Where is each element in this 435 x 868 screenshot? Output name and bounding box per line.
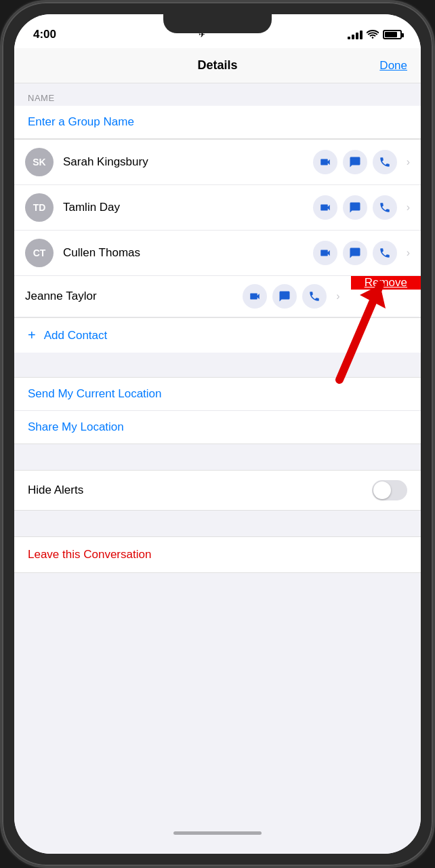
contact-actions: › [313, 241, 410, 265]
content-area: NAME Enter a Group Name SK Sarah Kingsbu… [14, 83, 421, 854]
leave-conversation-section: Leave this Conversation [14, 536, 421, 573]
phone-button[interactable] [373, 150, 397, 174]
group-name-field[interactable]: Enter a Group Name [14, 106, 421, 139]
chevron-icon: › [407, 247, 410, 259]
add-contact-plus-icon: + [28, 328, 36, 343]
chevron-icon: › [336, 290, 339, 302]
contact-actions: › [313, 195, 410, 220]
name-section-header: NAME [14, 83, 421, 106]
contact-name: Cullen Thomas [63, 246, 313, 260]
message-button[interactable] [343, 195, 367, 220]
send-location-item[interactable]: Send My Current Location [14, 378, 421, 411]
group-name-placeholder: Enter a Group Name [28, 115, 134, 128]
remove-button[interactable]: Remove [351, 276, 421, 290]
avatar: CT [25, 239, 54, 267]
section-divider [14, 353, 421, 377]
done-button[interactable]: Done [379, 59, 407, 73]
signal-bars-icon [348, 30, 362, 39]
facetime-button[interactable] [313, 150, 337, 174]
phone-frame: 4:00 ✈ Details [0, 0, 435, 868]
chevron-icon: › [407, 201, 410, 214]
home-indicator [173, 831, 262, 835]
facetime-button[interactable] [243, 284, 267, 309]
hide-alerts-toggle[interactable] [372, 480, 407, 500]
nav-title: Details [197, 58, 237, 73]
hide-alerts-label: Hide Alerts [28, 484, 83, 497]
leave-conversation-item[interactable]: Leave this Conversation [14, 537, 421, 572]
phone-button[interactable] [373, 241, 397, 265]
section-divider-2 [14, 444, 421, 469]
nav-bar: Details Done [14, 48, 421, 83]
contact-name: Jeanne Taylor [25, 290, 236, 303]
contact-name: Tamlin Day [63, 201, 313, 214]
facetime-button[interactable] [313, 241, 337, 265]
contact-row: SK Sarah Kingsbury › [14, 140, 421, 185]
add-contact-label: Add Contact [44, 329, 108, 342]
location-menu-section: Send My Current Location Share My Locati… [14, 377, 421, 444]
swiped-contact-row: Jeanne Taylor › [14, 276, 421, 317]
hide-alerts-row: Hide Alerts [14, 471, 421, 510]
status-icons [348, 29, 402, 41]
share-location-item[interactable]: Share My Location [14, 411, 421, 443]
section-divider-3 [14, 511, 421, 535]
contact-actions: › [243, 284, 339, 309]
contact-row: TD Tamlin Day › [14, 185, 421, 231]
status-time: 4:00 [33, 28, 56, 41]
contact-row: CT Cullen Thomas › [14, 231, 421, 276]
wifi-icon [367, 29, 379, 41]
chevron-icon: › [407, 156, 410, 168]
phone-screen: 4:00 ✈ Details [14, 14, 421, 854]
message-button[interactable] [272, 284, 297, 309]
phone-button[interactable] [302, 284, 327, 309]
battery-icon [383, 30, 402, 39]
contact-actions: › [313, 150, 410, 174]
contact-row-content: Jeanne Taylor › [14, 276, 351, 317]
contact-name: Sarah Kingsbury [63, 155, 313, 169]
avatar: SK [25, 148, 54, 176]
phone-button[interactable] [373, 195, 397, 220]
avatar: TD [25, 193, 54, 222]
facetime-button[interactable] [313, 195, 337, 220]
hide-alerts-section: Hide Alerts [14, 470, 421, 511]
message-button[interactable] [343, 150, 367, 174]
message-button[interactable] [343, 241, 367, 265]
contacts-section: SK Sarah Kingsbury › [14, 139, 421, 317]
add-contact-row[interactable]: + Add Contact [14, 317, 421, 353]
notch [163, 14, 272, 33]
